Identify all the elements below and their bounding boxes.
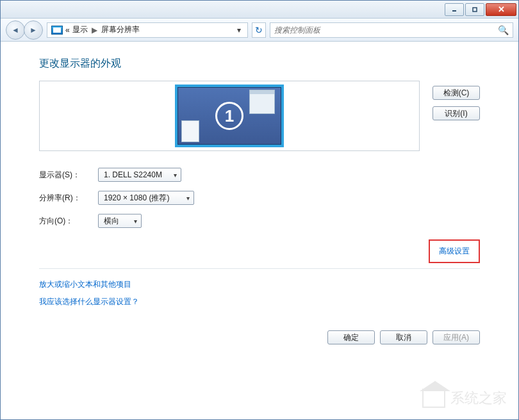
maximize-icon <box>472 6 478 13</box>
search-icon: 🔍 <box>498 25 509 35</box>
monitor-dropdown[interactable]: 1. DELL S2240M <box>98 168 181 182</box>
help-links: 放大或缩小文本和其他项目 我应该选择什么显示器设置？ <box>39 279 480 307</box>
resolution-value: 1920 × 1080 (推荐) <box>104 193 169 204</box>
breadcrumb-sep: ▶ <box>92 26 97 35</box>
advanced-settings-link[interactable]: 高级设置 <box>439 246 470 255</box>
search-box[interactable]: 🔍 <box>270 22 513 38</box>
resolution-label: 分辨率(R)： <box>39 193 90 204</box>
ok-button[interactable]: 确定 <box>327 330 375 344</box>
svg-rect-1 <box>473 8 477 12</box>
close-icon: ✕ <box>498 4 505 14</box>
monitor-value: 1. DELL S2240M <box>104 170 162 179</box>
monitor-preview-row: 1 检测(C) 识别(I) <box>39 81 480 151</box>
maximize-button[interactable] <box>465 3 484 16</box>
cancel-button[interactable]: 取消 <box>380 330 427 344</box>
advanced-highlight: 高级设置 <box>429 239 480 263</box>
orientation-dropdown[interactable]: 横向 <box>98 214 142 228</box>
breadcrumb-display[interactable]: 显示 <box>72 24 88 35</box>
orientation-label: 方向(O)： <box>39 216 90 227</box>
navbar: ◄ ► « 显示 ▶ 屏幕分辨率 ▾ ↻ 🔍 <box>1 19 518 42</box>
page-title: 更改显示器的外观 <box>39 57 480 70</box>
monitor-row: 显示器(S)： 1. DELL S2240M <box>39 168 480 182</box>
monitor-number: 1 <box>215 102 243 130</box>
refresh-button[interactable]: ↻ <box>252 22 266 38</box>
window: ✕ ◄ ► « 显示 ▶ 屏幕分辨率 ▾ ↻ 🔍 更改显示器的外观 <box>0 0 519 420</box>
titlebar: ✕ <box>1 1 518 19</box>
text-size-link[interactable]: 放大或缩小文本和其他项目 <box>39 279 480 290</box>
resolution-row: 分辨率(R)： 1920 × 1080 (推荐) <box>39 191 480 205</box>
orientation-row: 方向(O)： 横向 <box>39 214 480 228</box>
orientation-value: 横向 <box>104 216 119 227</box>
monitor-mini-window-b <box>181 120 199 142</box>
forward-icon: ► <box>29 26 37 35</box>
search-input[interactable] <box>274 26 498 35</box>
watermark-text: 系统之家 <box>450 389 507 408</box>
breadcrumb-resolution[interactable]: 屏幕分辨率 <box>101 24 140 35</box>
nav-buttons: ◄ ► <box>6 20 43 40</box>
refresh-icon: ↻ <box>255 25 263 35</box>
divider <box>39 268 480 269</box>
minimize-button[interactable] <box>445 3 464 16</box>
breadcrumb-prefix: « <box>65 26 70 35</box>
which-settings-link[interactable]: 我应该选择什么显示器设置？ <box>39 296 480 307</box>
control-panel-icon <box>51 26 63 35</box>
watermark: 系统之家 <box>422 389 507 408</box>
apply-button[interactable]: 应用(A) <box>432 330 480 344</box>
monitor-label: 显示器(S)： <box>39 170 90 181</box>
side-buttons: 检测(C) 识别(I) <box>432 86 480 120</box>
monitor-preview[interactable]: 1 <box>39 81 420 151</box>
breadcrumb-dropdown-icon[interactable]: ▾ <box>235 26 243 35</box>
forward-button[interactable]: ► <box>24 20 43 40</box>
breadcrumb[interactable]: « 显示 ▶ 屏幕分辨率 ▾ <box>47 22 248 38</box>
back-icon: ◄ <box>12 26 19 35</box>
advanced-row: 高级设置 <box>39 239 480 263</box>
footer-buttons: 确定 取消 应用(A) <box>39 330 480 344</box>
monitor-mini-window-a <box>249 90 275 114</box>
identify-button[interactable]: 识别(I) <box>432 106 480 120</box>
watermark-house-icon <box>422 389 445 408</box>
minimize-icon <box>451 6 457 13</box>
back-button[interactable]: ◄ <box>6 20 25 40</box>
monitor-1[interactable]: 1 <box>175 85 284 147</box>
resolution-dropdown[interactable]: 1920 × 1080 (推荐) <box>98 191 194 205</box>
content: 更改显示器的外观 1 检测(C) 识别(I) 显示器(S)： 1. DELL S… <box>1 42 518 355</box>
close-button[interactable]: ✕ <box>486 3 516 16</box>
detect-button[interactable]: 检测(C) <box>432 86 480 100</box>
